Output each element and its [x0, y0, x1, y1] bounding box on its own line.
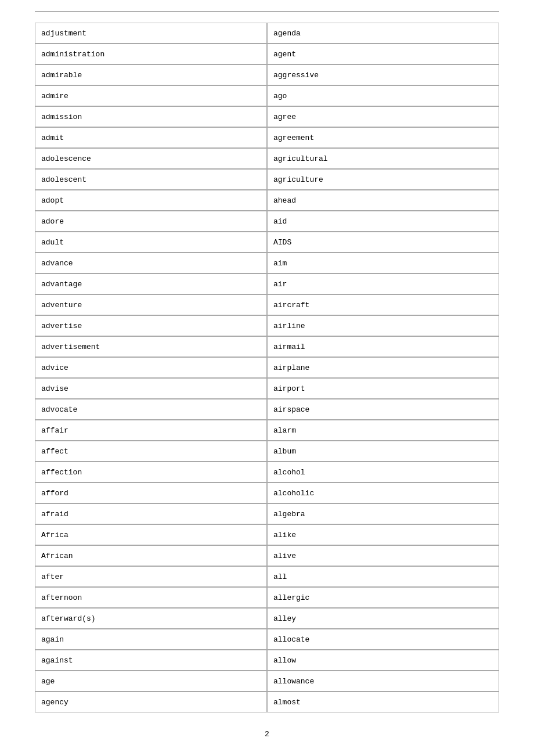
list-item: advise	[35, 378, 267, 399]
page: adjustmentadministrationadmirableadmirea…	[0, 0, 534, 756]
list-item: aircraft	[267, 294, 499, 315]
list-item: airline	[267, 315, 499, 336]
list-item: allergic	[267, 587, 499, 608]
list-item: airspace	[267, 399, 499, 420]
list-item: admirable	[35, 64, 267, 85]
list-item: afford	[35, 483, 267, 503]
list-item: agency	[35, 692, 267, 712]
list-item: agree	[267, 106, 499, 127]
list-item: after	[35, 566, 267, 587]
list-item: airplane	[267, 357, 499, 378]
list-item: adventure	[35, 294, 267, 315]
list-item: admit	[35, 127, 267, 148]
list-item: affection	[35, 462, 267, 483]
list-item: affect	[35, 441, 267, 462]
list-item: advice	[35, 357, 267, 378]
list-item: agreement	[267, 127, 499, 148]
list-item: African	[35, 545, 267, 566]
list-item: adult	[35, 232, 267, 253]
list-item: against	[35, 650, 267, 671]
list-item: almost	[267, 692, 499, 712]
list-item: airmail	[267, 336, 499, 357]
list-item: administration	[35, 44, 267, 64]
list-item: affair	[35, 420, 267, 441]
list-item: advertise	[35, 315, 267, 336]
list-item: alive	[267, 545, 499, 566]
list-item: aggressive	[267, 64, 499, 85]
list-item: aid	[267, 211, 499, 232]
columns-wrapper: adjustmentadministrationadmirableadmirea…	[35, 23, 499, 712]
list-item: air	[267, 273, 499, 294]
list-item: again	[35, 629, 267, 650]
page-number: 2	[35, 730, 499, 739]
list-item: aim	[267, 253, 499, 273]
right-column: agendaagentaggressiveagoagreeagreementag…	[267, 23, 499, 712]
list-item: alarm	[267, 420, 499, 441]
list-item: afternoon	[35, 587, 267, 608]
list-item: adolescence	[35, 148, 267, 169]
list-item: agriculture	[267, 169, 499, 190]
list-item: Africa	[35, 524, 267, 545]
list-item: afterward(s)	[35, 608, 267, 629]
list-item: admission	[35, 106, 267, 127]
list-item: alcoholic	[267, 483, 499, 503]
top-border	[35, 12, 499, 12]
list-item: allow	[267, 650, 499, 671]
list-item: album	[267, 441, 499, 462]
list-item: alley	[267, 608, 499, 629]
list-item: ago	[267, 85, 499, 106]
list-item: advocate	[35, 399, 267, 420]
list-item: ahead	[267, 190, 499, 211]
list-item: adore	[35, 211, 267, 232]
list-item: afraid	[35, 503, 267, 524]
list-item: all	[267, 566, 499, 587]
list-item: allocate	[267, 629, 499, 650]
list-item: admire	[35, 85, 267, 106]
list-item: agricultural	[267, 148, 499, 169]
list-item: agenda	[267, 23, 499, 44]
list-item: advantage	[35, 273, 267, 294]
list-item: allowance	[267, 671, 499, 692]
list-item: age	[35, 671, 267, 692]
list-item: algebra	[267, 503, 499, 524]
list-item: adolescent	[35, 169, 267, 190]
list-item: alcohol	[267, 462, 499, 483]
list-item: adjustment	[35, 23, 267, 44]
list-item: advance	[35, 253, 267, 273]
list-item: agent	[267, 44, 499, 64]
list-item: airport	[267, 378, 499, 399]
list-item: adopt	[35, 190, 267, 211]
left-column: adjustmentadministrationadmirableadmirea…	[35, 23, 267, 712]
list-item: advertisement	[35, 336, 267, 357]
list-item: AIDS	[267, 232, 499, 253]
list-item: alike	[267, 524, 499, 545]
